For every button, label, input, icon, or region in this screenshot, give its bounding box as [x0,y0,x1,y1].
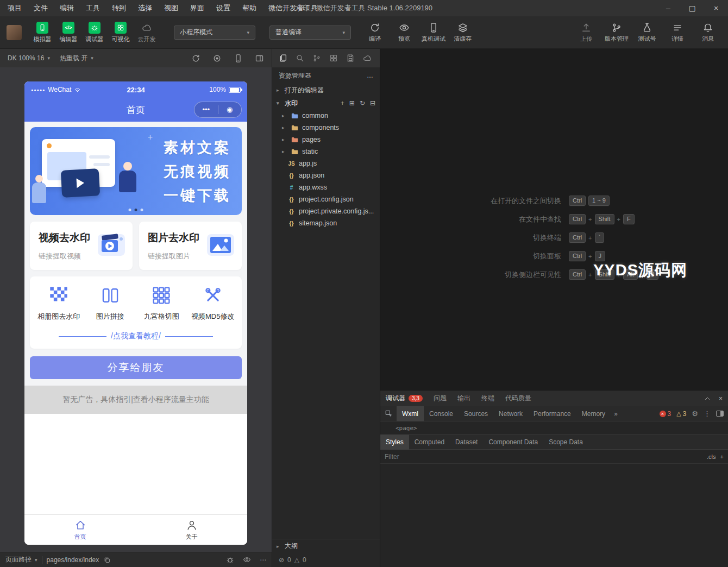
project-root-row[interactable]: ▾ 水印 + ⊞ ↻ ⊟ [272,97,380,110]
tree-file-app-wxss[interactable]: # app.wxss [272,181,380,193]
more-icon[interactable]: ⋯ [260,556,266,564]
tab-memory[interactable]: Memory [576,406,611,421]
tree-file-app-js[interactable]: JS app.js [272,158,380,169]
tab-computed[interactable]: Computed [409,434,450,450]
details-button[interactable]: 详情 [663,22,692,43]
problems-status[interactable]: ⊘ 0 △ 0 [272,553,380,567]
menu-interface[interactable]: 界面 [190,3,204,13]
maximize-button[interactable]: ▢ [680,0,704,16]
files-icon[interactable] [279,54,287,62]
compile-mode-select[interactable]: 普通编译 ▾ [269,26,351,40]
tab-dataset[interactable]: Dataset [450,434,483,450]
tab-scope-data[interactable]: Scope Data [543,434,588,450]
extensions-grid-icon[interactable] [329,54,338,62]
toggle-class-button[interactable]: .cls [707,453,716,460]
tree-file-project-private-config[interactable]: {} project.private.config.js... [272,205,380,217]
tab-problems[interactable]: 问题 [434,394,447,403]
save-icon[interactable] [346,54,355,62]
page-path-select[interactable]: 页面路径 ▾ [5,555,37,564]
preview-eye-icon[interactable] [243,556,251,564]
tab-about[interactable]: 关于 [136,515,247,545]
promo-banner[interactable]: + 素材文案 无痕视频 一键下载 [30,127,242,215]
album-watermark-tool[interactable]: 相册图去水印 [33,286,85,322]
more-menu-button[interactable]: ••• [194,102,218,117]
menu-edit[interactable]: 编辑 [60,3,74,13]
menu-tools[interactable]: 工具 [86,3,100,13]
debugger-toggle-button[interactable]: 调试器 [81,22,108,43]
tree-file-project-config[interactable]: {} project.config.json [272,193,380,205]
tab-overflow-icon[interactable]: » [611,410,621,418]
tab-component-data[interactable]: Component Data [483,434,543,450]
tutorial-link[interactable]: /点我查看教程/ [111,331,161,341]
version-control-button[interactable]: 版本管理 [602,22,631,43]
dock-side-icon[interactable] [716,411,724,417]
tree-file-sitemap-json[interactable]: {} sitemap.json [272,217,380,229]
ad-placeholder[interactable]: 暂无广告，具体指引|查看小程序流量主功能 [24,386,247,414]
upload-button[interactable]: 上传 [572,22,601,43]
close-panel-icon[interactable]: × [719,395,723,402]
close-button[interactable]: × [704,0,728,16]
tab-code-quality[interactable]: 代码质量 [505,394,531,403]
tab-performance[interactable]: Performance [528,406,576,421]
outline-section[interactable]: ▸ 大纲 [272,539,380,553]
copy-path-icon[interactable] [103,556,111,564]
image-watermark-card[interactable]: 图片去水印 链接提取图片 [139,222,242,270]
tab-output[interactable]: 输出 [457,394,470,403]
console-warnings-badge[interactable]: △ 3 [676,410,686,418]
vconsole-bug-icon[interactable] [226,556,234,564]
inspect-element-icon[interactable] [380,410,397,418]
tab-network[interactable]: Network [493,406,528,421]
devtools-menu-icon[interactable]: ⋮ [704,410,711,418]
layout-columns-icon[interactable] [255,54,264,63]
menu-settings[interactable]: 设置 [216,3,230,13]
tree-folder-pages[interactable]: ▸ pages [272,134,380,146]
video-md5-tool[interactable]: 视频MD5修改 [187,286,239,322]
new-style-rule-button[interactable]: + [720,453,724,460]
tab-wxml[interactable]: Wxml [397,406,424,421]
record-icon[interactable] [212,54,222,63]
tree-file-app-json[interactable]: {} app.json [272,169,380,181]
devtools-settings-icon[interactable]: ⚙ [692,410,698,418]
search-icon[interactable] [296,54,304,62]
mode-select[interactable]: 小程序模式 ▾ [174,26,255,40]
home-capsule-button[interactable]: ◉ [218,102,242,117]
editor-toggle-button[interactable]: </> 编辑器 [55,22,81,43]
collapse-panel-icon[interactable] [704,395,711,402]
device-icon[interactable] [234,54,243,63]
nine-grid-tool[interactable]: 九宫格切图 [136,286,187,322]
video-watermark-card[interactable]: 视频去水印 链接提取视频 [30,222,133,270]
minimize-button[interactable]: – [656,0,680,16]
device-scale-select[interactable]: DK 100% 16 ▾ [8,54,50,62]
tree-folder-components[interactable]: ▸ components [272,122,380,134]
tab-console[interactable]: Console [424,406,459,421]
cloud-sync-icon[interactable] [363,54,372,62]
cloud-dev-button[interactable]: 云开发 [134,22,160,43]
menu-project[interactable]: 项目 [8,3,22,13]
hot-reload-select[interactable]: 热重载 开 ▾ [60,54,93,63]
new-folder-icon[interactable]: ⊞ [349,99,355,107]
restart-icon[interactable] [191,54,200,63]
more-icon[interactable]: … [367,72,373,79]
preview-button[interactable]: 预览 [390,22,418,43]
simulator-toggle-button[interactable]: 模拟器 [29,22,55,43]
style-filter-input[interactable] [385,453,702,461]
tree-folder-common[interactable]: ▸ common [272,110,380,122]
new-file-icon[interactable]: + [341,99,344,107]
messages-button[interactable]: 消息 [693,22,723,43]
menu-view[interactable]: 视图 [164,3,178,13]
menu-file[interactable]: 文件 [34,3,48,13]
tab-styles[interactable]: Styles [380,434,409,450]
git-branch-icon[interactable] [312,54,321,62]
tree-folder-static[interactable]: ▸ static [272,146,380,158]
tab-terminal[interactable]: 终端 [481,394,494,403]
open-editors-section[interactable]: ▸ 打开的编辑器 [272,84,380,97]
menu-goto[interactable]: 转到 [112,3,126,13]
menu-select[interactable]: 选择 [138,3,152,13]
collapse-all-icon[interactable]: ⊟ [370,99,375,107]
tab-sources[interactable]: Sources [459,406,493,421]
menu-help[interactable]: 帮助 [242,3,256,13]
test-account-button[interactable]: 测试号 [632,22,662,43]
remote-debug-button[interactable]: 真机调试 [419,22,448,43]
console-errors-badge[interactable]: × 3 [660,410,671,418]
tab-home[interactable]: 首页 [24,515,136,545]
